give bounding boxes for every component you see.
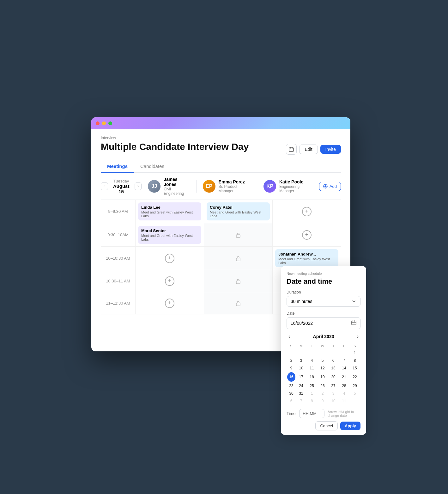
duration-select[interactable]: 30 minutes xyxy=(287,296,360,307)
cal-day[interactable]: 9 xyxy=(287,365,295,372)
slot-lock xyxy=(204,223,273,246)
cal-day[interactable]: 30 xyxy=(287,390,295,397)
cal-day[interactable]: 27 xyxy=(328,382,338,389)
cal-day[interactable]: 1 xyxy=(350,349,360,356)
divider-2 xyxy=(257,180,257,193)
add-slot-icon[interactable]: + xyxy=(165,276,174,286)
cal-day xyxy=(296,349,306,356)
meeting-card-linda[interactable]: Linda Lee Meet and Greet with Easley Wes… xyxy=(138,202,201,220)
cal-day[interactable]: 11 xyxy=(307,365,317,372)
date-label: Date xyxy=(287,311,360,316)
cal-day: 1 xyxy=(307,390,317,397)
time-input[interactable] xyxy=(299,409,324,418)
cancel-button[interactable]: Cancel xyxy=(315,421,337,430)
day-header-t2: T xyxy=(328,343,338,349)
cal-day[interactable]: 24 xyxy=(296,382,306,389)
meeting-card-jonathan[interactable]: Jonathan Andrew... Meet and Greet with E… xyxy=(275,249,338,267)
calendar-header: ‹ April 2023 › xyxy=(287,333,360,340)
slot-add[interactable]: + xyxy=(136,270,204,292)
calendar-next-button[interactable]: › xyxy=(355,333,360,340)
add-candidate-button[interactable]: Add xyxy=(319,182,341,191)
slot-lock xyxy=(204,270,273,292)
modal-label: New meeting schedule xyxy=(287,272,360,275)
cal-day[interactable]: 31 xyxy=(296,390,306,397)
prev-date-button[interactable]: ‹ xyxy=(101,182,108,190)
minimize-button[interactable] xyxy=(102,121,106,125)
candidate-katie-poole[interactable]: KP Katie Poole Engineering Manager xyxy=(263,179,313,193)
svg-rect-3 xyxy=(236,258,240,261)
svg-rect-0 xyxy=(289,148,294,151)
cal-day[interactable]: 18 xyxy=(307,372,317,382)
calendar-grid: S M T W T F S xyxy=(287,343,360,405)
calendar-icon-button[interactable] xyxy=(286,144,297,155)
cal-day[interactable]: 22 xyxy=(350,372,360,382)
add-slot-icon[interactable]: + xyxy=(165,299,174,308)
cal-day[interactable]: 13 xyxy=(328,365,338,372)
cal-day[interactable]: 20 xyxy=(328,372,338,382)
duration-label: Duration xyxy=(287,290,360,294)
day-header-f: F xyxy=(339,343,349,349)
day-header-s: S xyxy=(287,343,295,349)
cal-day[interactable]: 19 xyxy=(318,372,328,382)
slot-add[interactable]: + xyxy=(273,200,341,223)
add-slot-icon[interactable]: + xyxy=(302,207,312,216)
slot[interactable]: Corey Patel Meet and Greet with Easley W… xyxy=(204,200,273,223)
lock-icon xyxy=(233,276,243,286)
apply-button[interactable]: Apply xyxy=(340,422,360,430)
cal-day[interactable]: 12 xyxy=(318,365,328,372)
next-date-button[interactable]: › xyxy=(135,182,142,190)
date-input[interactable]: 16/08/2022 xyxy=(287,317,360,329)
maximize-button[interactable] xyxy=(108,121,112,125)
slot-add[interactable]: + xyxy=(136,292,204,314)
cal-day[interactable]: 3 xyxy=(296,357,306,364)
cal-day[interactable]: 5 xyxy=(318,357,328,364)
cal-day[interactable]: 6 xyxy=(328,357,338,364)
candidate-james-jones[interactable]: JJ James Jones Civil Engineering xyxy=(148,177,190,196)
time-label: 10:30–11 AM xyxy=(101,270,136,292)
slot-add[interactable]: + xyxy=(136,247,204,270)
cal-day xyxy=(307,349,317,356)
divider xyxy=(196,180,197,193)
svg-rect-2 xyxy=(236,235,240,238)
cal-day[interactable]: 29 xyxy=(350,382,360,389)
tab-bar: Meetings Candidates xyxy=(101,161,341,173)
close-button[interactable] xyxy=(96,121,100,125)
cal-day[interactable]: 8 xyxy=(350,357,360,364)
calendar-icon[interactable] xyxy=(351,320,356,326)
tab-meetings[interactable]: Meetings xyxy=(101,161,134,173)
cal-day[interactable]: 26 xyxy=(318,382,328,389)
table-row: 9:30–10AM Marci Senter Meet and Greet wi… xyxy=(101,223,341,247)
candidate-emma-perez[interactable]: EP Emma Perez Sr. Product Manager xyxy=(203,179,251,193)
meeting-card-corey[interactable]: Corey Patel Meet and Greet with Easley W… xyxy=(207,202,270,220)
add-slot-icon[interactable]: + xyxy=(302,230,312,240)
slot[interactable]: Linda Lee Meet and Greet with Easley Wes… xyxy=(136,200,204,223)
cal-day xyxy=(350,398,360,404)
cal-day[interactable]: 10 xyxy=(296,365,306,372)
table-row: 9–9:30 AM Linda Lee Meet and Greet with … xyxy=(101,200,341,223)
cal-day[interactable]: 2 xyxy=(287,357,295,364)
page-title: Multiple Candidate Interview Day xyxy=(101,141,249,152)
cal-day[interactable]: 28 xyxy=(339,382,349,389)
cal-day: 3 xyxy=(328,390,338,397)
slot-add[interactable]: + xyxy=(273,223,341,246)
time-label: 9–9:30 AM xyxy=(101,200,136,223)
cal-day[interactable]: 15 xyxy=(350,365,360,372)
cal-day[interactable]: 14 xyxy=(339,365,349,372)
cal-day[interactable]: 7 xyxy=(339,357,349,364)
meeting-card-marci[interactable]: Marci Senter Meet and Greet with Easley … xyxy=(138,226,201,244)
tab-candidates[interactable]: Candidates xyxy=(134,161,171,173)
cal-day[interactable]: 21 xyxy=(339,372,349,382)
calendar-prev-button[interactable]: ‹ xyxy=(287,333,292,340)
invite-button[interactable]: Invite xyxy=(320,145,341,154)
cal-day-today[interactable]: 16 xyxy=(287,372,295,382)
slot[interactable]: Marci Senter Meet and Greet with Easley … xyxy=(136,223,204,246)
cal-day[interactable]: 23 xyxy=(287,382,295,389)
add-slot-icon[interactable]: + xyxy=(165,254,174,263)
cal-day[interactable]: 17 xyxy=(296,372,306,382)
edit-button[interactable]: Edit xyxy=(299,145,318,154)
cal-day[interactable]: 25 xyxy=(307,382,317,389)
slot-lock xyxy=(204,292,273,314)
modal-actions: Cancel Apply xyxy=(287,421,360,430)
cal-day[interactable]: 4 xyxy=(307,357,317,364)
cal-day: 7 xyxy=(296,398,306,404)
